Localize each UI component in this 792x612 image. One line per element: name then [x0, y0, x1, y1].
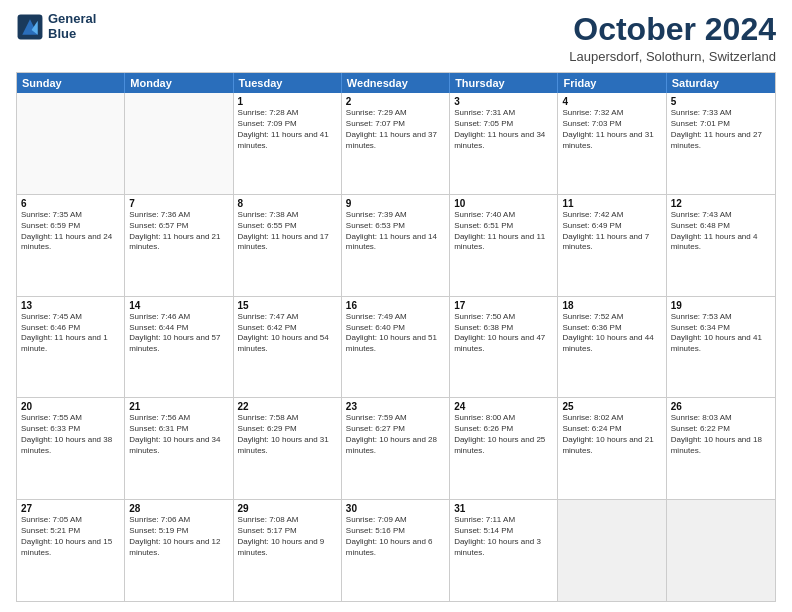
day-number: 15	[238, 300, 337, 311]
calendar: SundayMondayTuesdayWednesdayThursdayFrid…	[16, 72, 776, 602]
calendar-cell-2-3: 16Sunrise: 7:49 AM Sunset: 6:40 PM Dayli…	[342, 297, 450, 398]
calendar-cell-2-2: 15Sunrise: 7:47 AM Sunset: 6:42 PM Dayli…	[234, 297, 342, 398]
day-number: 29	[238, 503, 337, 514]
day-number: 23	[346, 401, 445, 412]
calendar-cell-4-0: 27Sunrise: 7:05 AM Sunset: 5:21 PM Dayli…	[17, 500, 125, 601]
weekday-header-sunday: Sunday	[17, 73, 125, 93]
day-number: 27	[21, 503, 120, 514]
day-number: 11	[562, 198, 661, 209]
day-number: 8	[238, 198, 337, 209]
calendar-cell-1-1: 7Sunrise: 7:36 AM Sunset: 6:57 PM Daylig…	[125, 195, 233, 296]
cell-info: Sunrise: 7:59 AM Sunset: 6:27 PM Dayligh…	[346, 413, 445, 456]
day-number: 19	[671, 300, 771, 311]
day-number: 9	[346, 198, 445, 209]
day-number: 4	[562, 96, 661, 107]
calendar-header: SundayMondayTuesdayWednesdayThursdayFrid…	[17, 73, 775, 93]
day-number: 6	[21, 198, 120, 209]
calendar-body: 1Sunrise: 7:28 AM Sunset: 7:09 PM Daylig…	[17, 93, 775, 601]
cell-info: Sunrise: 7:43 AM Sunset: 6:48 PM Dayligh…	[671, 210, 771, 253]
calendar-row-3: 20Sunrise: 7:55 AM Sunset: 6:33 PM Dayli…	[17, 397, 775, 499]
cell-info: Sunrise: 7:33 AM Sunset: 7:01 PM Dayligh…	[671, 108, 771, 151]
calendar-cell-2-5: 18Sunrise: 7:52 AM Sunset: 6:36 PM Dayli…	[558, 297, 666, 398]
calendar-cell-3-6: 26Sunrise: 8:03 AM Sunset: 6:22 PM Dayli…	[667, 398, 775, 499]
calendar-cell-0-0	[17, 93, 125, 194]
weekday-header-monday: Monday	[125, 73, 233, 93]
calendar-cell-2-6: 19Sunrise: 7:53 AM Sunset: 6:34 PM Dayli…	[667, 297, 775, 398]
calendar-cell-4-2: 29Sunrise: 7:08 AM Sunset: 5:17 PM Dayli…	[234, 500, 342, 601]
calendar-cell-1-4: 10Sunrise: 7:40 AM Sunset: 6:51 PM Dayli…	[450, 195, 558, 296]
day-number: 24	[454, 401, 553, 412]
calendar-cell-0-3: 2Sunrise: 7:29 AM Sunset: 7:07 PM Daylig…	[342, 93, 450, 194]
calendar-cell-0-4: 3Sunrise: 7:31 AM Sunset: 7:05 PM Daylig…	[450, 93, 558, 194]
cell-info: Sunrise: 7:08 AM Sunset: 5:17 PM Dayligh…	[238, 515, 337, 558]
day-number: 31	[454, 503, 553, 514]
calendar-cell-4-5	[558, 500, 666, 601]
cell-info: Sunrise: 7:36 AM Sunset: 6:57 PM Dayligh…	[129, 210, 228, 253]
calendar-cell-1-6: 12Sunrise: 7:43 AM Sunset: 6:48 PM Dayli…	[667, 195, 775, 296]
calendar-cell-0-2: 1Sunrise: 7:28 AM Sunset: 7:09 PM Daylig…	[234, 93, 342, 194]
logo-icon	[16, 13, 44, 41]
day-number: 18	[562, 300, 661, 311]
cell-info: Sunrise: 7:53 AM Sunset: 6:34 PM Dayligh…	[671, 312, 771, 355]
header: General Blue October 2024 Laupersdorf, S…	[16, 12, 776, 64]
calendar-cell-0-1	[125, 93, 233, 194]
calendar-cell-1-2: 8Sunrise: 7:38 AM Sunset: 6:55 PM Daylig…	[234, 195, 342, 296]
logo: General Blue	[16, 12, 96, 42]
calendar-cell-1-3: 9Sunrise: 7:39 AM Sunset: 6:53 PM Daylig…	[342, 195, 450, 296]
cell-info: Sunrise: 7:38 AM Sunset: 6:55 PM Dayligh…	[238, 210, 337, 253]
page: General Blue October 2024 Laupersdorf, S…	[0, 0, 792, 612]
day-number: 14	[129, 300, 228, 311]
cell-info: Sunrise: 7:39 AM Sunset: 6:53 PM Dayligh…	[346, 210, 445, 253]
cell-info: Sunrise: 7:05 AM Sunset: 5:21 PM Dayligh…	[21, 515, 120, 558]
calendar-cell-1-0: 6Sunrise: 7:35 AM Sunset: 6:59 PM Daylig…	[17, 195, 125, 296]
day-number: 13	[21, 300, 120, 311]
cell-info: Sunrise: 7:46 AM Sunset: 6:44 PM Dayligh…	[129, 312, 228, 355]
logo-text: General Blue	[48, 12, 96, 42]
subtitle: Laupersdorf, Solothurn, Switzerland	[569, 49, 776, 64]
calendar-cell-4-6	[667, 500, 775, 601]
day-number: 26	[671, 401, 771, 412]
cell-info: Sunrise: 8:02 AM Sunset: 6:24 PM Dayligh…	[562, 413, 661, 456]
month-title: October 2024	[569, 12, 776, 47]
calendar-cell-1-5: 11Sunrise: 7:42 AM Sunset: 6:49 PM Dayli…	[558, 195, 666, 296]
cell-info: Sunrise: 8:00 AM Sunset: 6:26 PM Dayligh…	[454, 413, 553, 456]
cell-info: Sunrise: 7:55 AM Sunset: 6:33 PM Dayligh…	[21, 413, 120, 456]
calendar-row-2: 13Sunrise: 7:45 AM Sunset: 6:46 PM Dayli…	[17, 296, 775, 398]
day-number: 16	[346, 300, 445, 311]
calendar-cell-3-0: 20Sunrise: 7:55 AM Sunset: 6:33 PM Dayli…	[17, 398, 125, 499]
day-number: 3	[454, 96, 553, 107]
calendar-cell-0-5: 4Sunrise: 7:32 AM Sunset: 7:03 PM Daylig…	[558, 93, 666, 194]
cell-info: Sunrise: 7:11 AM Sunset: 5:14 PM Dayligh…	[454, 515, 553, 558]
day-number: 21	[129, 401, 228, 412]
day-number: 20	[21, 401, 120, 412]
cell-info: Sunrise: 7:09 AM Sunset: 5:16 PM Dayligh…	[346, 515, 445, 558]
weekday-header-friday: Friday	[558, 73, 666, 93]
calendar-cell-4-4: 31Sunrise: 7:11 AM Sunset: 5:14 PM Dayli…	[450, 500, 558, 601]
cell-info: Sunrise: 7:40 AM Sunset: 6:51 PM Dayligh…	[454, 210, 553, 253]
calendar-row-4: 27Sunrise: 7:05 AM Sunset: 5:21 PM Dayli…	[17, 499, 775, 601]
calendar-cell-4-3: 30Sunrise: 7:09 AM Sunset: 5:16 PM Dayli…	[342, 500, 450, 601]
calendar-cell-2-1: 14Sunrise: 7:46 AM Sunset: 6:44 PM Dayli…	[125, 297, 233, 398]
cell-info: Sunrise: 7:58 AM Sunset: 6:29 PM Dayligh…	[238, 413, 337, 456]
day-number: 7	[129, 198, 228, 209]
day-number: 10	[454, 198, 553, 209]
logo-line2: Blue	[48, 27, 96, 42]
calendar-cell-3-2: 22Sunrise: 7:58 AM Sunset: 6:29 PM Dayli…	[234, 398, 342, 499]
cell-info: Sunrise: 7:29 AM Sunset: 7:07 PM Dayligh…	[346, 108, 445, 151]
cell-info: Sunrise: 7:42 AM Sunset: 6:49 PM Dayligh…	[562, 210, 661, 253]
cell-info: Sunrise: 7:52 AM Sunset: 6:36 PM Dayligh…	[562, 312, 661, 355]
weekday-header-wednesday: Wednesday	[342, 73, 450, 93]
cell-info: Sunrise: 7:47 AM Sunset: 6:42 PM Dayligh…	[238, 312, 337, 355]
cell-info: Sunrise: 7:49 AM Sunset: 6:40 PM Dayligh…	[346, 312, 445, 355]
weekday-header-thursday: Thursday	[450, 73, 558, 93]
day-number: 28	[129, 503, 228, 514]
weekday-header-tuesday: Tuesday	[234, 73, 342, 93]
cell-info: Sunrise: 7:35 AM Sunset: 6:59 PM Dayligh…	[21, 210, 120, 253]
cell-info: Sunrise: 7:56 AM Sunset: 6:31 PM Dayligh…	[129, 413, 228, 456]
cell-info: Sunrise: 7:45 AM Sunset: 6:46 PM Dayligh…	[21, 312, 120, 355]
title-block: October 2024 Laupersdorf, Solothurn, Swi…	[569, 12, 776, 64]
calendar-row-1: 6Sunrise: 7:35 AM Sunset: 6:59 PM Daylig…	[17, 194, 775, 296]
cell-info: Sunrise: 7:50 AM Sunset: 6:38 PM Dayligh…	[454, 312, 553, 355]
day-number: 1	[238, 96, 337, 107]
calendar-cell-0-6: 5Sunrise: 7:33 AM Sunset: 7:01 PM Daylig…	[667, 93, 775, 194]
